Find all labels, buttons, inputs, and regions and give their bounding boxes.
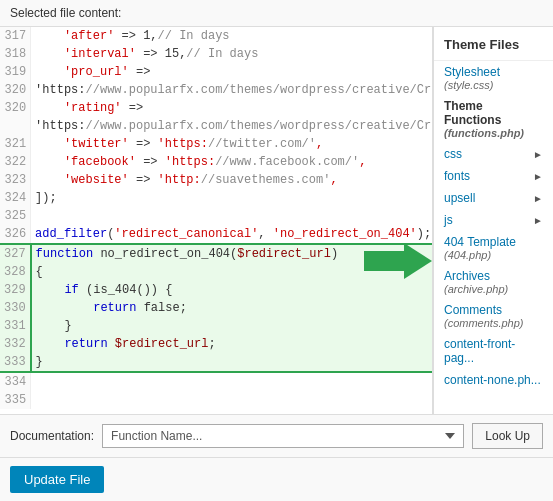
line-number: 321 (0, 135, 31, 153)
line-number: 330 (0, 299, 31, 317)
line-code: 'rating' => (31, 99, 432, 117)
code-editor[interactable]: 317 'after' => 1,// In days318 'interval… (0, 27, 433, 414)
line-code: 'interval' => 15,// In days (31, 45, 432, 63)
line-number: 326 (0, 225, 31, 244)
line-code (31, 391, 432, 409)
line-number: 329 (0, 281, 31, 299)
sidebar-title: Theme Files (434, 31, 553, 61)
line-code (31, 207, 432, 225)
sidebar-item-404-template[interactable]: 404 Template(404.php) (434, 231, 553, 265)
sidebar-item-comments[interactable]: Comments(comments.php) (434, 299, 553, 333)
selected-file-label: Selected file content: (0, 0, 553, 27)
line-number: 327 (0, 244, 31, 263)
line-code: } (31, 317, 432, 335)
line-number: 333 (0, 353, 31, 372)
line-code: 'https://www.popularfx.com/themes/wordpr… (31, 117, 432, 135)
sidebar-item-content-none[interactable]: content-none.ph... (434, 369, 553, 391)
editor-container: Selected file content: 317 'after' => 1,… (0, 0, 553, 501)
sidebar-item-theme-functions[interactable]: Theme Functions(functions.php) (434, 95, 553, 143)
line-code: if (is_404()) { (31, 281, 432, 299)
line-code: ]); (31, 189, 432, 207)
line-code (31, 372, 432, 391)
line-number (0, 117, 31, 135)
line-number: 331 (0, 317, 31, 335)
line-code: 'https://www.popularfx.com/themes/wordpr… (31, 81, 432, 99)
line-code: 'facebook' => 'https://www.facebook.com/… (31, 153, 432, 171)
lookup-button[interactable]: Look Up (472, 423, 543, 449)
line-code: 'website' => 'http://suavethemes.com', (31, 171, 432, 189)
line-code: add_filter('redirect_canonical', 'no_red… (31, 225, 432, 244)
update-row: Update File (0, 457, 553, 501)
sidebar-item-js[interactable]: js► (434, 209, 553, 231)
theme-files-sidebar: Theme Files Stylesheet(style.css)Theme F… (433, 27, 553, 414)
green-arrow (364, 243, 432, 279)
line-code: 'after' => 1,// In days (31, 27, 432, 45)
line-number: 325 (0, 207, 31, 225)
line-number: 324 (0, 189, 31, 207)
sidebar-item-archives[interactable]: Archives(archive.php) (434, 265, 553, 299)
line-number: 320 (0, 99, 31, 117)
line-number: 317 (0, 27, 31, 45)
update-file-button[interactable]: Update File (10, 466, 104, 493)
line-number: 335 (0, 391, 31, 409)
line-code: return false; (31, 299, 432, 317)
line-code: 'twitter' => 'https://twitter.com/', (31, 135, 432, 153)
function-name-select[interactable]: Function Name... (102, 424, 464, 448)
line-code: 'pro_url' => (31, 63, 432, 81)
sidebar-item-content-front-page[interactable]: content-front-pag... (434, 333, 553, 369)
line-number: 318 (0, 45, 31, 63)
line-number: 322 (0, 153, 31, 171)
line-number: 328 (0, 263, 31, 281)
code-table: 317 'after' => 1,// In days318 'interval… (0, 27, 432, 409)
line-number: 332 (0, 335, 31, 353)
sidebar-item-stylesheet[interactable]: Stylesheet(style.css) (434, 61, 553, 95)
line-number: 320 (0, 81, 31, 99)
sidebar-item-fonts[interactable]: fonts► (434, 165, 553, 187)
doc-label: Documentation: (10, 429, 94, 443)
line-number: 323 (0, 171, 31, 189)
line-code: return $redirect_url; (31, 335, 432, 353)
main-area: 317 'after' => 1,// In days318 'interval… (0, 27, 553, 414)
line-number: 319 (0, 63, 31, 81)
line-code: } (31, 353, 432, 372)
sidebar-item-css[interactable]: css► (434, 143, 553, 165)
sidebar-item-upsell[interactable]: upsell► (434, 187, 553, 209)
documentation-bar: Documentation: Function Name... Look Up (0, 414, 553, 457)
line-number: 334 (0, 372, 31, 391)
